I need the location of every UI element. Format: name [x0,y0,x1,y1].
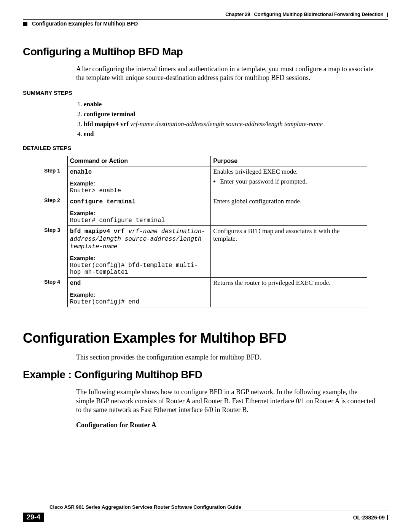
summary-step-4-cmd: end [84,130,94,137]
heading-configuring-map: Configuring a Multihop BFD Map [23,46,388,58]
summary-step-3-cmd: bfd mapipv4 vrf [84,120,130,128]
intro-paragraph-2: This section provides the configuration … [76,353,377,362]
section-marker-square [23,22,27,26]
heading-example-configuring: Example : Configuring Multihop BFD [23,369,388,381]
step-command-cell: end Example: Router(config)# end [67,277,211,307]
summary-step-3-var: vrf-name destination-address/length sour… [130,120,323,128]
page-subheader: Configuration Examples for Multihop BFD [23,19,388,27]
router-a-subhead: Configuration for Router A [76,421,388,429]
summary-step-4: end [84,130,388,138]
page-footer: Cisco ASR 901 Series Aggregation Service… [23,504,388,522]
command-text: bfd mapipv4 vrf [70,228,129,235]
step-purpose-cell: Enters global configuration mode. [211,196,367,225]
example-code: Router(config)# bfd-template multi-hop m… [70,262,209,276]
step-purpose-cell: Returns the router to privileged EXEC mo… [211,277,367,307]
step-purpose-cell: Configures a BFD map and associates it w… [211,225,367,277]
summary-steps-list: enable configure terminal bfd mapipv4 vr… [84,101,388,138]
example-code: Router> enable [70,187,209,194]
summary-step-2-cmd: configure terminal [84,110,135,118]
table-head-purpose: Purpose [211,156,367,166]
step-label: Step 2 [42,196,67,225]
intro-paragraph-3: The following example shows how to confi… [76,388,377,414]
summary-step-1-cmd: enable [84,101,102,108]
example-label: Example: [70,255,209,261]
section-title: Configuration Examples for Multihop BFD [32,21,138,27]
step-label: Step 3 [42,225,67,277]
chapter-label: Chapter 29 [225,11,250,17]
step-command-cell: configure terminal Example: Router# conf… [67,196,211,225]
command-text: enable [70,169,92,176]
step-purpose-cell: Enables privileged EXEC mode. Enter your… [211,166,367,196]
detailed-steps-table: Command or Action Purpose Step 1 enable … [42,156,367,307]
chapter-title: Configuring Multihop Bidirectional Forwa… [254,11,384,17]
step-label: Step 1 [42,166,67,196]
table-row: Step 2 configure terminal Example: Route… [42,196,367,225]
purpose-bullet: Enter your password if prompted. [220,178,365,185]
command-text: end [70,280,81,287]
example-code: Router(config)# end [70,299,209,305]
page-header: Chapter 29 Configuring Multihop Bidirect… [23,11,388,17]
table-head-command: Command or Action [67,156,211,166]
intro-paragraph-1: After configuring the interval timers an… [76,65,377,83]
table-row: Step 4 end Example: Router(config)# end … [42,277,367,307]
table-row: Step 1 enable Example: Router> enable En… [42,166,367,196]
example-label: Example: [70,291,209,298]
footer-guide-title: Cisco ASR 901 Series Aggregation Service… [49,504,388,511]
summary-step-1: enable [84,101,388,108]
footer-bar-glyph [387,515,388,520]
example-label: Example: [70,180,209,187]
footer-doc-number: OL-23826-09 [353,514,385,521]
table-row: Step 3 bfd mapipv4 vrf vrf-name destinat… [42,225,367,277]
summary-step-2: configure terminal [84,110,388,118]
purpose-text: Enters global configuration mode. [213,198,365,205]
summary-step-3: bfd mapipv4 vrf vrf-name destination-add… [84,120,388,128]
footer-page-number: 29-4 [23,513,44,522]
step-label: Step 4 [42,277,67,307]
example-code: Router# configure terminal [70,217,209,224]
step-command-cell: bfd mapipv4 vrf vrf-name destination-add… [67,225,211,277]
purpose-text: Configures a BFD map and associates it w… [213,227,365,243]
purpose-text: Enables privileged EXEC mode. [213,168,365,176]
example-label: Example: [70,210,209,216]
command-text: configure terminal [70,198,136,205]
detailed-steps-label: DETAILED STEPS [23,145,388,151]
step-command-cell: enable Example: Router> enable [67,166,211,196]
summary-steps-label: SUMMARY STEPS [23,89,388,96]
purpose-text: Returns the router to privileged EXEC mo… [213,279,365,287]
header-bar-glyph [387,13,388,17]
heading-config-examples: Configuration Examples for Multihop BFD [23,330,388,346]
